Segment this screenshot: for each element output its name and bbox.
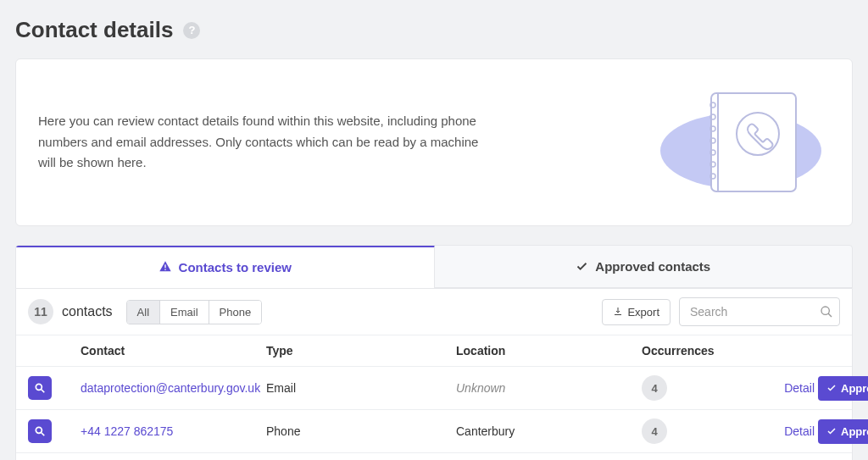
intro-text: Here you can review contact details foun…: [38, 111, 479, 174]
magnifier-icon: [34, 382, 46, 394]
search-input[interactable]: [679, 297, 840, 326]
approve-label: Approve: [841, 425, 868, 438]
filter-all-button[interactable]: All: [127, 301, 160, 324]
col-contact: Contact: [81, 344, 263, 357]
svg-line-15: [828, 313, 832, 317]
svg-rect-12: [164, 269, 165, 270]
export-button[interactable]: Export: [602, 299, 670, 325]
magnifier-icon: [34, 425, 46, 437]
table-row: digital.services@canterbury.gov.ukEmailU…: [16, 452, 852, 460]
svg-rect-11: [164, 264, 165, 268]
type-cell: Phone: [266, 424, 453, 438]
tab-label: Contacts to review: [179, 260, 292, 274]
col-type: Type: [266, 344, 453, 357]
svg-line-19: [42, 433, 45, 436]
row-inspect-button[interactable]: [28, 376, 52, 400]
col-occurrences: Occurrences: [642, 344, 752, 357]
contact-book-illustration: [652, 83, 830, 202]
check-icon: [826, 426, 837, 436]
col-location: Location: [456, 344, 638, 357]
svg-point-14: [821, 307, 829, 314]
check-icon: [826, 383, 837, 393]
filter-segmented-control: All Email Phone: [126, 300, 263, 324]
svg-rect-1: [711, 93, 796, 191]
intro-card: Here you can review contact details foun…: [15, 58, 853, 226]
help-icon[interactable]: ?: [183, 22, 200, 39]
approve-button[interactable]: Approve: [818, 419, 868, 444]
tabs: Contacts to review Approved contacts: [15, 245, 853, 289]
panel: 11 contacts All Email Phone Export: [15, 289, 853, 460]
download-icon: [613, 307, 623, 317]
page-title: Contact details: [15, 17, 173, 43]
contact-link[interactable]: dataprotection@canterbury.gov.uk: [81, 380, 263, 396]
detail-link[interactable]: Detail: [755, 424, 815, 438]
svg-rect-13: [615, 314, 621, 315]
table-header: Contact Type Location Occurrences: [16, 335, 852, 366]
approve-label: Approve: [841, 382, 868, 395]
svg-line-17: [42, 390, 45, 393]
table-row: dataprotection@canterbury.gov.ukEmailUnk…: [16, 366, 852, 409]
contacts-count-badge: 11: [28, 299, 53, 324]
check-icon: [576, 260, 588, 273]
contact-link[interactable]: +44 1227 862175: [81, 424, 263, 439]
occurrences-badge: 4: [642, 375, 667, 401]
svg-point-16: [36, 384, 42, 390]
svg-point-18: [36, 427, 42, 433]
tab-contacts-to-review[interactable]: Contacts to review: [16, 245, 435, 288]
type-cell: Email: [266, 381, 453, 395]
approve-button[interactable]: Approve: [818, 376, 868, 401]
row-inspect-button[interactable]: [28, 419, 52, 443]
occurrences-badge: 4: [642, 418, 667, 444]
warning-icon: [159, 260, 172, 274]
tab-approved-contacts[interactable]: Approved contacts: [435, 246, 853, 288]
filter-phone-button[interactable]: Phone: [209, 301, 262, 324]
export-label: Export: [627, 306, 659, 319]
tab-label: Approved contacts: [595, 259, 710, 274]
filter-email-button[interactable]: Email: [160, 301, 209, 324]
location-cell: Canterbury: [456, 424, 638, 438]
contacts-label: contacts: [62, 304, 113, 319]
search-icon: [820, 305, 833, 319]
filter-row: 11 contacts All Email Phone Export: [16, 289, 852, 335]
table-row: +44 1227 862175PhoneCanterbury4DetailApp…: [16, 409, 852, 452]
detail-link[interactable]: Detail: [755, 381, 815, 395]
location-cell: Unknown: [456, 381, 638, 395]
